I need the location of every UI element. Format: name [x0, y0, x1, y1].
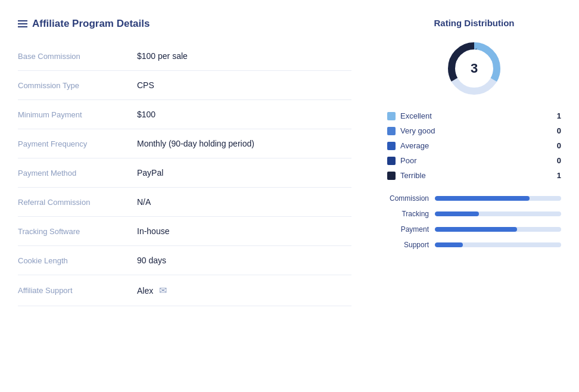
rating-legend-item: Excellent1 — [387, 111, 561, 120]
right-panel: Rating Distribution 3 Excellent1Very goo… — [369, 12, 579, 380]
bar-track — [435, 242, 561, 247]
detail-value: Monthly (90-day holding period) — [137, 139, 351, 148]
rating-label-text: Excellent — [400, 111, 557, 120]
donut-wrapper: 3 — [444, 39, 504, 98]
bar-fill — [435, 196, 530, 201]
bar-fill — [435, 227, 517, 232]
rating-legend-item: Very good0 — [387, 126, 561, 135]
rating-label-text: Poor — [400, 156, 557, 165]
rating-dot — [387, 157, 396, 165]
bar-section: CommissionTrackingPaymentSupport — [387, 194, 561, 249]
rating-legend-item: Terrible1 — [387, 171, 561, 180]
detail-row: Cookie Length90 days — [18, 246, 351, 275]
detail-row: Minimum Payment$100 — [18, 100, 351, 129]
bar-row: Commission — [387, 194, 561, 203]
rating-count: 1 — [557, 171, 561, 180]
detail-value: $100 — [137, 110, 351, 119]
detail-value: PayPal — [137, 168, 351, 178]
bar-label: Support — [387, 241, 435, 249]
bar-row: Support — [387, 241, 561, 249]
page-container: Affiliate Program Details Base Commissio… — [0, 0, 579, 392]
detail-label: Cookie Length — [18, 256, 137, 265]
donut-center-label: 3 — [471, 61, 478, 76]
bar-label: Tracking — [387, 210, 435, 218]
rating-legend-item: Poor0 — [387, 156, 561, 165]
rating-label-text: Average — [400, 141, 557, 150]
email-icon[interactable]: ✉ — [159, 285, 167, 296]
detail-value: Alex✉ — [137, 285, 351, 296]
detail-label: Payment Frequency — [18, 139, 137, 148]
bar-label: Payment — [387, 225, 435, 234]
panel-title: Affiliate Program Details — [18, 18, 351, 30]
bar-label: Commission — [387, 194, 435, 203]
bar-track — [435, 211, 561, 216]
detail-label: Tracking Software — [18, 227, 137, 236]
rating-dot — [387, 127, 396, 135]
detail-value: 90 days — [137, 256, 351, 265]
detail-row: Tracking SoftwareIn-house — [18, 217, 351, 246]
detail-label: Minimum Payment — [18, 110, 137, 119]
detail-row: Referral CommissionN/A — [18, 188, 351, 217]
rating-dot — [387, 142, 396, 150]
rating-count: 1 — [557, 111, 561, 120]
left-panel: Affiliate Program Details Base Commissio… — [0, 12, 369, 380]
right-panel-title: Rating Distribution — [387, 18, 561, 28]
rating-count: 0 — [557, 156, 561, 165]
detail-label: Payment Method — [18, 169, 137, 178]
bar-fill — [435, 242, 463, 247]
detail-value: N/A — [137, 197, 351, 207]
rating-dot — [387, 172, 396, 180]
detail-row: Payment FrequencyMonthly (90-day holding… — [18, 129, 351, 158]
donut-container: 3 — [387, 39, 561, 98]
detail-row: Commission TypeCPS — [18, 71, 351, 100]
detail-value: In-house — [137, 226, 351, 236]
detail-row: Affiliate SupportAlex✉ — [18, 275, 351, 306]
bar-fill — [435, 211, 479, 216]
rating-dot — [387, 112, 396, 120]
bar-track — [435, 227, 561, 232]
menu-icon[interactable] — [18, 20, 27, 27]
detail-label: Referral Commission — [18, 198, 137, 207]
rating-label-text: Terrible — [400, 171, 557, 180]
rating-count: 0 — [557, 126, 561, 135]
detail-value: $100 per sale — [137, 51, 351, 61]
bar-row: Tracking — [387, 210, 561, 218]
rating-count: 0 — [557, 141, 561, 150]
detail-row: Payment MethodPayPal — [18, 158, 351, 188]
bar-row: Payment — [387, 225, 561, 234]
bar-track — [435, 196, 561, 201]
rating-legend-item: Average0 — [387, 141, 561, 150]
rating-legend: Excellent1Very good0Average0Poor0Terribl… — [387, 111, 561, 180]
detail-label: Base Commission — [18, 52, 137, 61]
detail-value: CPS — [137, 80, 351, 90]
rating-label-text: Very good — [400, 126, 557, 135]
left-panel-title: Affiliate Program Details — [32, 18, 150, 30]
detail-row: Base Commission$100 per sale — [18, 42, 351, 71]
detail-label: Commission Type — [18, 81, 137, 90]
detail-label: Affiliate Support — [18, 286, 137, 295]
detail-rows-container: Base Commission$100 per saleCommission T… — [18, 42, 351, 306]
